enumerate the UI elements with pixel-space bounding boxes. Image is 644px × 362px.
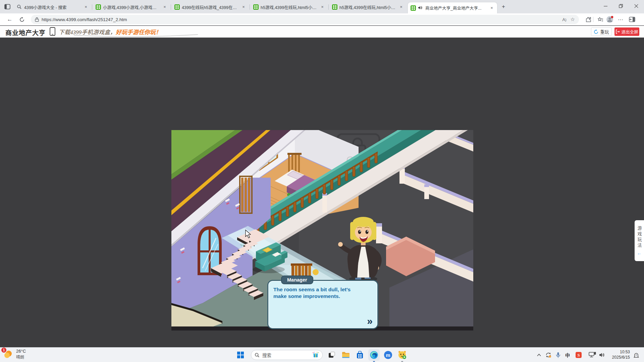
tray-sync-icon[interactable] (544, 351, 553, 359)
tray-clock[interactable]: 10:53 2025/6/15 (606, 349, 630, 360)
url-field[interactable]: https://www.4399.com/flash/251247_2.htm … (31, 15, 579, 24)
edge-browser-button[interactable] (368, 349, 380, 361)
tab-separator (171, 4, 171, 10)
game-box-app-button[interactable] (396, 349, 408, 361)
search-icon (255, 353, 260, 358)
read-aloud-icon[interactable]: A) (562, 17, 567, 22)
svg-text:z: z (636, 354, 637, 356)
weather-widget[interactable]: 1 26°C 晴朗 (3, 349, 26, 360)
window-minimize-button[interactable] (598, 0, 613, 12)
settings-more-icon[interactable]: ⋯ (616, 15, 625, 23)
tab-title: 4399小游戏大全 - 搜索 (24, 4, 81, 10)
game-canvas[interactable]: Manager The room seems a bit dull, let's… (171, 130, 473, 330)
tab-search-results[interactable]: 4399小游戏大全 - 搜索 × (14, 2, 91, 12)
taskbar: 1 26°C 晴朗 搜索 (0, 347, 644, 362)
favorite-star-icon[interactable]: ☆ (571, 16, 575, 22)
tab-title: h5游戏,4399在线玩,html5小游戏... (261, 4, 318, 10)
collections-icon[interactable] (596, 15, 604, 23)
taskbar-search-input[interactable]: 搜索 (251, 350, 323, 360)
game-page-header: 商业地产大亨 下载4399手机游戏盒，好玩手游任你玩！ 重玩 退出全屏 (0, 26, 644, 38)
page-title: 商业地产大亨 (5, 28, 46, 37)
tray-show-hidden-icon[interactable] (535, 351, 543, 359)
tab-title: 小游戏,4399小游戏,小游戏大全,双... (103, 4, 160, 10)
tab-title: 商业地产大亨_商业地产大亨... (425, 5, 487, 11)
replay-button[interactable]: 重玩 (591, 27, 612, 36)
4399-favicon (253, 4, 259, 10)
tab-separator (328, 4, 329, 10)
4399-favicon (174, 4, 180, 10)
url-text[interactable]: https://www.4399.com/flash/251247_2.htm (42, 17, 558, 22)
4399-favicon (332, 4, 337, 10)
tab-close-icon[interactable]: × (241, 4, 246, 10)
microsoft-store-button[interactable] (354, 349, 366, 361)
tray-notification-bell-icon[interactable]: z (632, 351, 641, 359)
weather-temp: 26°C (16, 349, 26, 354)
dialog-text: The room seems a bit dull, let's make so… (273, 286, 365, 300)
tab-separator (92, 4, 92, 10)
browser-tab-strip: 4399小游戏大全 - 搜索 × 小游戏,4399小游戏,小游戏大全,双... … (0, 0, 644, 13)
tray-volume-icon[interactable] (598, 351, 606, 359)
dialog-speaker-badge: Manager (281, 276, 313, 284)
tab-4399-games[interactable]: 小游戏,4399小游戏,小游戏大全,双... × (93, 2, 170, 12)
tab-close-icon[interactable]: × (320, 4, 325, 10)
tab-close-icon[interactable]: × (83, 4, 89, 10)
clock-date: 2025/6/15 (606, 355, 630, 360)
tab-separator (250, 4, 250, 10)
extensions-icon[interactable] (584, 15, 592, 23)
gift-icon[interactable] (312, 352, 319, 358)
task-view-button[interactable] (326, 349, 337, 361)
dialog-box: Manager The room seems a bit dull, let's… (267, 280, 378, 329)
window-close-button[interactable] (629, 0, 644, 12)
tray-microphone-icon[interactable] (554, 351, 562, 359)
dialog-next-icon[interactable]: » (367, 315, 373, 327)
tab-close-icon[interactable]: × (398, 4, 404, 10)
collapse-left-arrow-icon: ← (637, 250, 642, 256)
notification-dot (611, 16, 613, 18)
weather-condition: 晴朗 (16, 354, 26, 360)
replay-icon (594, 29, 598, 34)
tab-title: 4399在线玩h5游戏_4399在线玩h... (182, 4, 239, 10)
toolbar-divider (593, 17, 593, 22)
screen: 4399小游戏大全 - 搜索 × 小游戏,4399小游戏,小游戏大全,双... … (0, 0, 644, 362)
m-app-button[interactable]: m (382, 349, 394, 361)
tab-close-icon[interactable]: × (489, 5, 494, 11)
replay-label: 重玩 (600, 28, 609, 35)
window-controls (598, 0, 644, 12)
refresh-icon[interactable] (17, 15, 26, 24)
address-bar: ← https://www.4399.com/flash/251247_2.ht… (0, 13, 644, 25)
exit-fullscreen-button[interactable]: 退出全屏 (614, 27, 639, 36)
tray-sogou-icon[interactable]: S (574, 351, 583, 359)
tab-audio-playing-icon[interactable] (418, 5, 423, 11)
weather-badge: 1 (1, 348, 6, 353)
tray-ime-indicator[interactable]: 中 (564, 351, 572, 359)
tab-4399-h5[interactable]: 4399在线玩h5游戏_4399在线玩h... × (172, 2, 249, 12)
door-frame (240, 176, 252, 213)
tab-h5-games-2[interactable]: h5游戏,4399在线玩,html5小游戏... × (329, 2, 407, 12)
svg-text:m: m (386, 352, 390, 358)
gameplay-help-tab[interactable]: 游戏玩法 ← (635, 220, 644, 261)
window-restore-button[interactable] (613, 0, 629, 12)
start-button[interactable] (235, 349, 246, 361)
exit-fullscreen-icon (615, 29, 620, 34)
new-tab-button[interactable]: + (500, 3, 507, 11)
tab-h5-games-1[interactable]: h5游戏,4399在线玩,html5小游戏... × (251, 2, 328, 12)
lock-icon[interactable] (35, 17, 39, 22)
tab-title: h5游戏,4399在线玩,html5小游戏... (339, 4, 396, 10)
back-icon[interactable]: ← (5, 15, 14, 24)
4399-favicon (96, 4, 101, 10)
phone-icon (50, 27, 55, 36)
search-placeholder: 搜索 (262, 352, 312, 358)
svg-text:S: S (577, 353, 580, 358)
file-explorer-button[interactable] (340, 349, 352, 361)
sidebar-toggle-icon[interactable] (628, 15, 636, 23)
tab-close-icon[interactable]: × (162, 4, 167, 10)
game-area-backdrop: Manager The room seems a bit dull, let's… (0, 38, 644, 347)
tray-network-icon[interactable] (588, 351, 597, 359)
tab-business-tycoon-active[interactable]: 商业地产大亨_商业地产大亨... × (408, 2, 497, 13)
profile-avatar[interactable] (606, 15, 614, 23)
search-favicon (17, 4, 22, 10)
gameplay-help-label: 游戏玩法 (636, 226, 643, 249)
clock-time: 10:53 (606, 349, 630, 355)
tab-actions-menu-icon[interactable] (3, 3, 11, 10)
4399-favicon (411, 5, 416, 11)
